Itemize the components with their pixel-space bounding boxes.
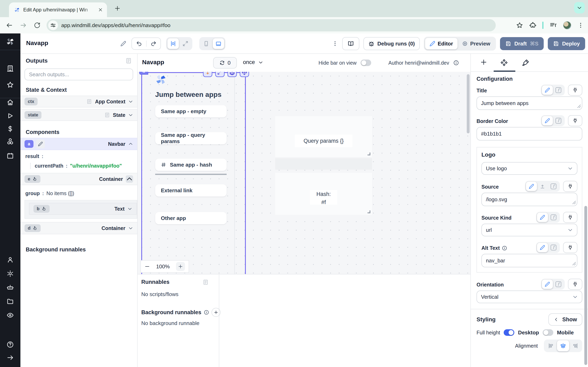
insert-below-button[interactable]: [203, 72, 212, 77]
draft-button[interactable]: Draft ⌘S: [500, 37, 544, 50]
edit-id-icon[interactable]: [36, 140, 45, 149]
border-color-input[interactable]: [476, 127, 582, 141]
ctx-row[interactable]: ctx App Context: [20, 96, 137, 108]
connect-button[interactable]: [563, 242, 577, 253]
users-icon[interactable]: [0, 256, 20, 263]
preview-tab[interactable]: Preview: [458, 38, 495, 49]
resources-icon[interactable]: [0, 138, 20, 145]
undo-button[interactable]: [132, 41, 146, 47]
runnables-doc-icon[interactable]: [203, 279, 209, 285]
fx-mode-button[interactable]: f: [553, 280, 564, 289]
upload-mode-button[interactable]: [537, 182, 548, 191]
fx-mode-button[interactable]: f: [548, 182, 559, 191]
css-tab[interactable]: [522, 59, 530, 67]
use-logo-select[interactable]: Use logo: [481, 162, 577, 175]
favorites-icon[interactable]: [0, 81, 20, 89]
static-mode-button[interactable]: [526, 182, 537, 191]
deploy-button[interactable]: Deploy: [548, 37, 585, 50]
run-mode-select[interactable]: once: [243, 59, 263, 66]
state-row[interactable]: state State: [20, 109, 137, 121]
fx-mode-button[interactable]: f: [548, 243, 559, 252]
browser-profile-chip[interactable]: [574, 2, 585, 13]
desktop-view-button[interactable]: [213, 38, 224, 49]
connect-button[interactable]: [568, 279, 582, 290]
add-bg-runnable-button[interactable]: [212, 308, 221, 317]
static-mode-button[interactable]: [542, 85, 553, 95]
browser-tab[interactable]: Edit App u/henri/navapp | Win: [9, 2, 107, 17]
editor-tab[interactable]: Editor: [425, 38, 458, 49]
collapse-rail-icon[interactable]: [0, 354, 20, 361]
connect-button[interactable]: [563, 181, 577, 192]
browser-menu-icon[interactable]: [577, 22, 584, 29]
mobile-view-button[interactable]: [200, 38, 212, 49]
runs-icon[interactable]: [0, 112, 20, 119]
folders-icon[interactable]: [0, 298, 20, 305]
component-a-row[interactable]: a Navbar: [20, 138, 137, 150]
align-right-button[interactable]: [569, 340, 581, 351]
url-bar[interactable]: app.windmill.dev/apps/edit/u/henri/navap…: [47, 19, 496, 31]
align-center-button[interactable]: [557, 340, 569, 351]
search-outputs[interactable]: [25, 68, 133, 80]
alt-text-input[interactable]: [481, 254, 577, 267]
info-icon[interactable]: [204, 310, 209, 315]
fullscreen-layout-button[interactable]: [180, 38, 191, 49]
windmill-logo[interactable]: [0, 37, 20, 46]
connect-button[interactable]: [568, 115, 582, 126]
rename-app-icon[interactable]: [121, 41, 126, 47]
component-b-row[interactable]: b Text: [29, 203, 137, 215]
source-input[interactable]: [481, 193, 577, 206]
show-styling-button[interactable]: Show: [548, 313, 582, 325]
home-icon[interactable]: [0, 99, 20, 106]
workers-icon[interactable]: [0, 284, 20, 291]
chevron-up-icon[interactable]: [126, 175, 133, 183]
anchor-component-button[interactable]: [227, 72, 237, 77]
tab-close-icon[interactable]: [97, 7, 104, 13]
settings-scrollbar[interactable]: [584, 206, 587, 365]
component-e-row[interactable]: e Container: [20, 173, 137, 185]
chevron-down-icon[interactable]: [128, 99, 133, 104]
media-queue-icon[interactable]: [550, 22, 557, 29]
align-left-button[interactable]: [545, 340, 557, 351]
forward-button[interactable]: [16, 22, 30, 29]
audit-logs-icon[interactable]: [0, 312, 20, 319]
outputs-doc-icon[interactable]: [125, 58, 132, 64]
back-button[interactable]: [2, 22, 16, 29]
insert-tab[interactable]: [480, 59, 487, 66]
extensions-icon[interactable]: [529, 22, 536, 29]
more-options-icon[interactable]: [332, 41, 338, 47]
redo-button[interactable]: [146, 41, 160, 47]
canvas-scrollbar[interactable]: [467, 74, 470, 133]
fx-mode-button[interactable]: f: [553, 116, 564, 125]
connect-button[interactable]: [568, 85, 582, 96]
variables-icon[interactable]: [0, 125, 20, 133]
full-height-desktop-toggle[interactable]: [504, 329, 514, 336]
full-height-mobile-toggle[interactable]: [543, 329, 553, 336]
help-icon[interactable]: [0, 341, 20, 348]
component-a-tag[interactable]: a: [139, 72, 148, 75]
connect-button[interactable]: [563, 212, 577, 223]
chevron-up-icon[interactable]: [128, 142, 133, 146]
chevron-down-icon[interactable]: [128, 226, 133, 231]
settings-tab[interactable]: [500, 59, 508, 67]
static-mode-button[interactable]: [542, 280, 553, 289]
site-settings-icon[interactable]: [48, 20, 58, 30]
component-d-row[interactable]: d Container: [20, 222, 137, 234]
info-icon[interactable]: [502, 245, 507, 251]
schedules-icon[interactable]: [0, 152, 20, 159]
app-canvas[interactable]: a Jump between apps Same app - empty Sam…: [138, 72, 470, 274]
hide-bar-toggle[interactable]: [361, 59, 371, 66]
refresh-count-button[interactable]: 0: [213, 57, 237, 68]
zoom-out-button[interactable]: [145, 264, 150, 269]
move-component-button[interactable]: [240, 72, 249, 77]
avatar[interactable]: [563, 21, 571, 29]
nav-item-query-params[interactable]: Same app - query params: [155, 132, 227, 144]
nav-item-external-link[interactable]: External link: [155, 184, 227, 197]
info-icon[interactable]: [453, 60, 459, 66]
centered-layout-button[interactable]: [167, 38, 179, 49]
static-mode-button[interactable]: [537, 213, 548, 222]
debug-runs-button[interactable]: Debug runs (0): [363, 37, 420, 50]
zoom-in-button[interactable]: [176, 262, 185, 271]
title-input[interactable]: [476, 96, 582, 110]
bookmark-icon[interactable]: [516, 22, 523, 29]
static-mode-button[interactable]: [542, 116, 553, 125]
